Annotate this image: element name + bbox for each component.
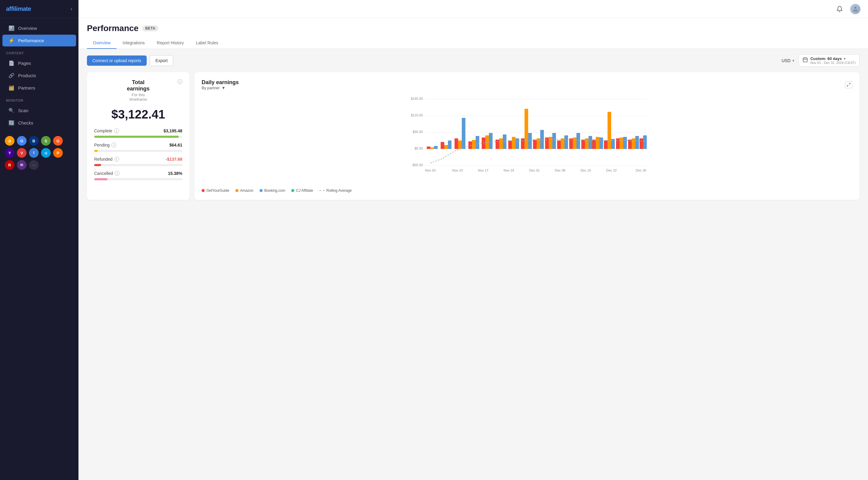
stat-value-pending: $64.61 — [169, 143, 182, 147]
stat-label-refunded: Refunded i — [94, 157, 119, 162]
stat-row-pending: Pending i $64.61 — [94, 143, 182, 147]
scan-icon: 🔍 — [8, 108, 14, 113]
pages-icon: 📄 — [8, 60, 14, 66]
svg-text:$55.00: $55.00 — [412, 130, 423, 134]
tabs: Overview Integrations Report History Lab… — [87, 37, 860, 48]
page-title: Performance — [87, 24, 138, 33]
svg-text:Nov 03: Nov 03 — [425, 169, 436, 172]
legend-getyourguide: GetYourGuide — [202, 188, 229, 193]
expand-chart-button[interactable] — [845, 81, 852, 88]
app-logo[interactable]: affilimate — [6, 5, 31, 12]
sidebar-item-scan[interactable]: 🔍 Scan — [2, 105, 76, 116]
date-arrow-icon: ▼ — [843, 57, 846, 61]
chart-filter[interactable]: By partner ▼ — [202, 85, 239, 90]
partner-logo-booking[interactable]: B — [29, 136, 39, 146]
partner-logo-cj[interactable]: cj — [41, 148, 51, 158]
partner-logo-yahoo[interactable]: Y — [5, 148, 14, 158]
tab-report-history[interactable]: Report History — [151, 37, 190, 49]
svg-rect-51 — [573, 137, 577, 149]
partner-logo-flexoffers[interactable]: f — [29, 148, 39, 158]
legend-dot-booking — [259, 189, 262, 192]
partner-logo-amazon[interactable]: a — [5, 136, 14, 146]
progress-complete-bg — [94, 136, 182, 138]
stat-label-pending: Pending i — [94, 143, 116, 147]
sidebar-item-pages[interactable]: 📄 Pages — [2, 57, 76, 69]
partner-logo-rakuten[interactable]: R — [5, 160, 14, 170]
stat-value-cancelled: 15.38% — [168, 171, 182, 176]
stat-info-icon-refunded[interactable]: i — [114, 157, 119, 162]
svg-rect-55 — [589, 136, 592, 149]
beta-badge: BETA — [142, 25, 158, 31]
svg-rect-19 — [434, 146, 438, 149]
stat-label-complete: Complete i — [94, 129, 119, 133]
partner-logo-impact[interactable]: IR — [17, 160, 27, 170]
date-range-label: Custom: 60 days ▼ — [810, 57, 856, 61]
legend-line-rolling — [319, 190, 325, 191]
svg-rect-63 — [620, 137, 623, 149]
svg-text:Dec 01: Dec 01 — [529, 169, 540, 172]
more-partners-button[interactable]: ··· — [29, 160, 39, 170]
sidebar-item-partners[interactable]: 🗂️ Partners — [2, 82, 76, 94]
svg-rect-59 — [604, 140, 608, 149]
partner-logo-shareasale[interactable]: S — [41, 136, 51, 146]
svg-rect-33 — [499, 138, 503, 149]
stat-value-refunded: -$137.68 — [166, 157, 182, 162]
filter-arrow-icon: ▼ — [221, 85, 225, 90]
currency-selector[interactable]: USD ▼ — [782, 58, 795, 63]
svg-rect-62 — [616, 138, 620, 149]
stat-info-icon[interactable]: i — [114, 129, 119, 133]
sidebar-item-performance[interactable]: ⚡ Performance — [2, 35, 76, 46]
svg-rect-22 — [448, 140, 452, 149]
calendar-icon — [803, 57, 808, 64]
chart-header: Daily earnings By partner ▼ — [202, 79, 852, 90]
stat-row-refunded: Refunded i -$137.68 — [94, 157, 182, 162]
stat-info-icon-pending[interactable]: i — [112, 143, 116, 147]
user-avatar[interactable] — [850, 4, 861, 14]
svg-rect-60 — [608, 112, 611, 149]
sidebar-collapse-button[interactable]: ‹ — [71, 6, 72, 12]
svg-rect-44 — [545, 137, 549, 149]
page-title-row: Performance BETA — [87, 24, 860, 33]
svg-text:Dec 30: Dec 30 — [636, 169, 647, 172]
svg-rect-57 — [596, 137, 599, 149]
stat-info-icon-cancelled[interactable]: i — [115, 171, 120, 176]
legend-dot-cj — [291, 189, 294, 192]
partner-logo-google[interactable]: G — [17, 136, 27, 146]
svg-rect-31 — [489, 133, 493, 149]
svg-rect-58 — [599, 137, 603, 149]
svg-text:$165.00: $165.00 — [411, 97, 423, 100]
date-range-picker[interactable]: Custom: 60 days ▼ Nov 01 - Dec 31, 2019 … — [799, 54, 860, 67]
svg-rect-21 — [444, 145, 448, 149]
topbar — [79, 0, 868, 18]
sidebar-header: affilimate ‹ — [0, 0, 79, 18]
connect-upload-button[interactable]: Connect or upload reports — [87, 56, 147, 66]
total-earnings-info-icon[interactable]: i — [178, 79, 182, 84]
svg-rect-49 — [564, 135, 568, 149]
sidebar-item-label: Products — [18, 73, 36, 78]
svg-rect-56 — [592, 140, 596, 149]
tab-label-rules[interactable]: Label Rules — [190, 37, 224, 49]
sidebar-item-products[interactable]: 🔗 Products — [2, 70, 76, 81]
partners-icon: 🗂️ — [8, 85, 14, 91]
svg-rect-69 — [643, 135, 647, 149]
svg-rect-39 — [525, 109, 528, 149]
partner-logo-getyourguide[interactable]: G — [53, 136, 63, 146]
tab-overview[interactable]: Overview — [87, 37, 117, 49]
monitor-section-label: MONITOR — [0, 94, 79, 104]
tab-integrations[interactable]: Integrations — [117, 37, 151, 49]
svg-rect-68 — [640, 138, 643, 149]
svg-text:Dec 08: Dec 08 — [555, 169, 566, 172]
partner-logo-pepperjam[interactable]: P — [53, 148, 63, 158]
products-icon: 🔗 — [8, 73, 14, 78]
sidebar-item-label: Checks — [18, 120, 33, 126]
partner-logo-vcommission[interactable]: V — [17, 148, 27, 158]
svg-point-0 — [855, 7, 857, 9]
sidebar-item-overview[interactable]: 📊 Overview — [2, 22, 76, 34]
export-button[interactable]: Export — [150, 55, 173, 66]
svg-text:Nov 24: Nov 24 — [504, 169, 514, 172]
legend-cj: CJ Affiliate — [291, 188, 313, 193]
sidebar-item-checks[interactable]: 🔄 Checks — [2, 117, 76, 129]
legend-dot-amazon — [236, 189, 239, 192]
svg-text:Nov 17: Nov 17 — [478, 169, 489, 172]
notification-button[interactable] — [834, 4, 845, 14]
